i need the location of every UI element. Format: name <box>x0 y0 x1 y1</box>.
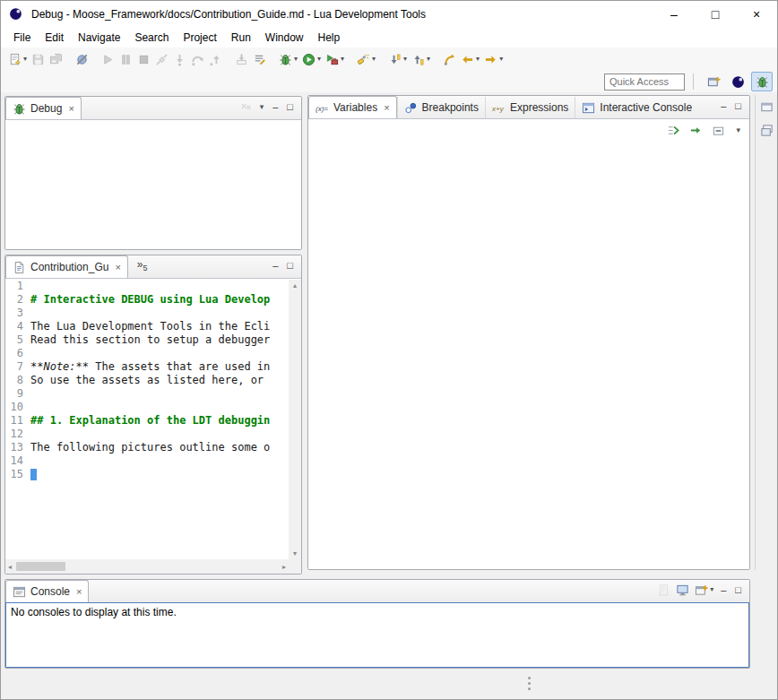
menu-file[interactable]: File <box>6 29 38 47</box>
last-edit-location-button[interactable] <box>441 49 458 69</box>
variables-content[interactable] <box>308 141 749 569</box>
line-number: 6 <box>7 347 30 360</box>
open-console-button[interactable]: ▾ <box>693 580 715 600</box>
display-selected-console-button[interactable] <box>674 580 691 600</box>
line-text: The following pictures outline some o <box>30 441 270 454</box>
editor-line-13[interactable]: 13The following pictures outline some o <box>5 441 289 454</box>
new-button[interactable]: ▾ <box>6 49 29 69</box>
close-tab-icon[interactable]: × <box>384 102 389 113</box>
line-text: So use the assets as listed here, or <box>30 374 270 387</box>
editor-text[interactable]: 12# Interactive DEBUG using Lua Develop3… <box>5 280 289 559</box>
editor-line-15[interactable]: 15 <box>5 468 289 481</box>
minimize-view-button[interactable]: – <box>717 96 730 116</box>
menu-search[interactable]: Search <box>127 29 176 47</box>
tab-interactive-console[interactable]: Interactive Console <box>575 97 698 118</box>
minimized-view-a-button[interactable] <box>758 100 774 117</box>
sash-drag-handle[interactable] <box>528 677 531 691</box>
scroll-left-icon[interactable]: ◂ <box>8 563 12 571</box>
editor-line-3[interactable]: 3 <box>5 307 289 320</box>
debug-view-content[interactable] <box>5 119 301 249</box>
close-tab-icon[interactable]: × <box>68 103 73 114</box>
tab-breakpoints[interactable]: Breakpoints <box>397 97 485 118</box>
close-tab-icon[interactable]: × <box>115 262 120 272</box>
menu-run[interactable]: Run <box>224 29 258 47</box>
minimized-view-b-button[interactable] <box>758 124 774 140</box>
editor-line-10[interactable]: 10 <box>5 401 289 414</box>
menu-help[interactable]: Help <box>311 29 348 47</box>
view-menu-button[interactable]: ▾ <box>732 120 744 140</box>
show-detail-pane-button[interactable] <box>687 120 705 140</box>
close-tab-icon[interactable]: × <box>76 586 82 597</box>
remove-all-terminated-button[interactable] <box>238 97 255 117</box>
scroll-down-icon[interactable]: ▾ <box>293 549 297 557</box>
debug-perspective-button[interactable] <box>751 72 773 91</box>
clear-console-button[interactable] <box>655 580 672 600</box>
back-button[interactable]: ▾ <box>459 49 481 69</box>
minimize-view-button[interactable]: – <box>717 580 730 600</box>
editor-line-1[interactable]: 1 <box>5 280 289 293</box>
disconnect-button[interactable] <box>153 49 170 69</box>
collapse-all-button[interactable] <box>710 120 727 140</box>
open-perspective-button[interactable] <box>703 72 724 91</box>
editor-line-12[interactable]: 12 <box>5 428 289 441</box>
editor-vertical-scrollbar[interactable]: ▴ ▾ <box>289 280 301 559</box>
show-logical-structures-button[interactable] <box>665 120 682 140</box>
toolbar-separator <box>225 49 233 69</box>
tab-variables[interactable]: (x)=Variables× <box>308 96 397 118</box>
run-button[interactable]: ▾ <box>300 49 323 69</box>
menu-project[interactable]: Project <box>176 29 223 47</box>
scrollbar-thumb[interactable] <box>16 562 65 571</box>
save-all-button[interactable] <box>48 49 65 69</box>
menu-navigate[interactable]: Navigate <box>71 29 127 47</box>
scroll-up-icon[interactable]: ▴ <box>293 281 297 290</box>
tab-contribution-gu[interactable]: Contribution_Gu× <box>5 255 128 278</box>
step-over-button[interactable] <box>189 49 206 69</box>
maximize-view-button[interactable]: □ <box>731 580 745 600</box>
lua-perspective-button[interactable] <box>727 72 748 91</box>
editor-line-14[interactable]: 14 <box>5 454 289 468</box>
tab-debug[interactable]: Debug× <box>5 97 82 119</box>
tab-expressions[interactable]: x+yExpressions <box>485 97 575 118</box>
maximize-view-button[interactable]: □ <box>283 97 297 117</box>
maximize-view-button[interactable]: □ <box>731 96 745 116</box>
close-window-button[interactable]: × <box>736 1 777 28</box>
editor-line-4[interactable]: 4The Lua Development Tools in the Ecli <box>5 320 289 333</box>
save-button[interactable] <box>30 49 47 69</box>
hidden-editors-button[interactable]: »5 <box>137 258 148 274</box>
suspend-button[interactable] <box>117 49 134 69</box>
editor-area[interactable]: 12# Interactive DEBUG using Lua Develop3… <box>5 278 301 574</box>
skip-all-breakpoints-button[interactable] <box>73 49 91 69</box>
editor-line-6[interactable]: 6 <box>5 347 289 360</box>
editor-line-8[interactable]: 8So use the assets as listed here, or <box>5 374 289 387</box>
resume-button[interactable] <box>99 49 117 69</box>
external-tools-button[interactable]: ▾ <box>324 49 346 69</box>
scroll-right-icon[interactable]: ▸ <box>282 563 286 571</box>
editor-line-7[interactable]: 7**Note:** The assets that are used in <box>5 360 289 374</box>
editor-line-9[interactable]: 9 <box>5 387 289 401</box>
minimize-view-button[interactable]: – <box>269 255 281 275</box>
editor-horizontal-scrollbar[interactable]: ◂ ▸ <box>5 559 289 574</box>
minimize-view-button[interactable]: – <box>269 97 281 117</box>
terminate-button[interactable] <box>135 49 152 69</box>
forward-button[interactable]: ▾ <box>482 49 505 69</box>
maximize-view-button[interactable]: □ <box>283 255 297 275</box>
editor-line-2[interactable]: 2# Interactive DEBUG using Lua Develop <box>5 293 289 307</box>
console-content[interactable]: No consoles to display at this time. <box>5 602 749 668</box>
next-annotation-button[interactable]: ▾ <box>386 49 409 69</box>
drop-to-frame-button[interactable] <box>233 49 250 69</box>
editor-line-5[interactable]: 5Read this section to setup a debugger <box>5 333 289 347</box>
open-search-button[interactable]: ▾ <box>355 49 377 69</box>
menu-window[interactable]: Window <box>258 29 311 47</box>
debug-button[interactable]: ▾ <box>277 49 299 69</box>
editor-line-11[interactable]: 11## 1. Explanation of the LDT debuggin <box>5 414 289 428</box>
use-step-filters-button[interactable] <box>251 49 268 69</box>
tab-console[interactable]: Console× <box>5 580 89 602</box>
step-into-button[interactable] <box>171 49 188 69</box>
minimize-window-button[interactable]: – <box>653 1 695 28</box>
step-return-button[interactable] <box>207 49 224 69</box>
menu-edit[interactable]: Edit <box>38 29 71 47</box>
quick-access-input[interactable] <box>604 73 685 91</box>
view-menu-button[interactable]: ▾ <box>256 97 268 117</box>
maximize-window-button[interactable]: □ <box>695 1 736 28</box>
previous-annotation-button[interactable]: ▾ <box>410 49 432 69</box>
